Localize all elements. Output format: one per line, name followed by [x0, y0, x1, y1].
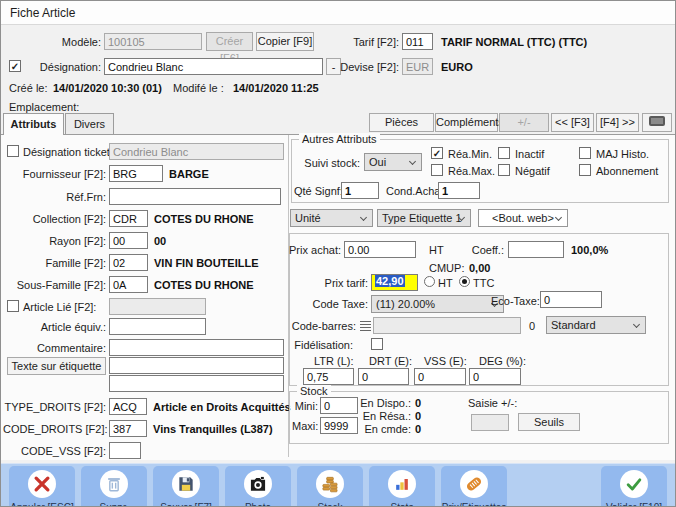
- qte-signf-label: Qté Signf:: [294, 185, 338, 197]
- code-barres-field[interactable]: [373, 317, 521, 334]
- cancel-button[interactable]: Annuler [ESC]: [9, 466, 75, 507]
- delete-button[interactable]: Suppr.: [81, 466, 147, 507]
- article-lie-field[interactable]: [109, 298, 206, 315]
- complements-button[interactable]: Compléments: [435, 113, 498, 132]
- designation-field[interactable]: [104, 58, 323, 75]
- code-vss-field[interactable]: [109, 442, 141, 459]
- type-droits-field[interactable]: [109, 398, 147, 415]
- code-taxe-dropdown[interactable]: (11) 20.00%: [371, 295, 504, 313]
- prix-tarif-field[interactable]: 42,90: [371, 274, 418, 291]
- copier-button[interactable]: Copier [F9]: [256, 32, 314, 51]
- suivi-stock-dropdown[interactable]: Oui: [364, 153, 422, 171]
- article-lie-checkbox[interactable]: [7, 300, 19, 312]
- bottom-toolbar: Annuler [ESC] Suppr. Sauver [F7] Photo S…: [1, 463, 676, 507]
- prix-etiquettes-button[interactable]: Prix/Etiquettes: [441, 466, 507, 507]
- designation-ticket-checkbox[interactable]: [7, 145, 19, 157]
- validate-button[interactable]: Valider [F10]: [601, 466, 667, 507]
- vss-label: VSS (E):: [424, 355, 467, 367]
- article-lie-label: Article Lié [F2]:: [23, 301, 96, 313]
- famille-field[interactable]: [109, 254, 148, 271]
- rea-max-checkbox[interactable]: [431, 164, 443, 176]
- article-equiv-field[interactable]: [109, 318, 206, 335]
- ltr-field[interactable]: [303, 368, 354, 385]
- seuils-button[interactable]: Seuils: [518, 413, 580, 431]
- barcode-list-icon[interactable]: [360, 321, 371, 331]
- ltr-label: LTR (L):: [314, 355, 354, 367]
- devise-field[interactable]: [402, 58, 433, 75]
- tab-divers[interactable]: Divers: [65, 113, 114, 134]
- designation-checkbox[interactable]: [9, 60, 21, 72]
- coeff-field[interactable]: [508, 241, 564, 258]
- fournisseur-desc: BARGE: [169, 168, 209, 180]
- code-barres-type-dropdown[interactable]: Standard: [546, 316, 646, 334]
- ht-radio[interactable]: [424, 276, 435, 287]
- drt-field[interactable]: [358, 368, 409, 385]
- drt-label: DRT (E):: [369, 355, 412, 367]
- sous-famille-field[interactable]: [109, 276, 148, 293]
- photo-button[interactable]: Photo: [225, 466, 291, 507]
- cmup-value: 0,00: [469, 262, 490, 274]
- barcode-tag-icon: [460, 470, 488, 498]
- unite-dropdown[interactable]: Unité: [290, 209, 373, 227]
- check-icon: [620, 470, 648, 498]
- prix-tarif-selected-text: 42,90: [375, 275, 405, 287]
- collection-label: Collection [F2]:: [3, 213, 106, 225]
- devise-label: Devise [F2]:: [331, 61, 399, 73]
- cond-achat-field[interactable]: [438, 182, 480, 199]
- save-floppy-icon: [172, 470, 200, 498]
- designation-ticket-field[interactable]: [109, 143, 284, 160]
- title-bar: Fiche Article: [1, 1, 675, 25]
- rea-min-checkbox[interactable]: [431, 147, 443, 159]
- collection-field[interactable]: [109, 210, 148, 227]
- fournisseur-field[interactable]: [109, 165, 163, 182]
- prev-f3-button[interactable]: << [F3]: [551, 113, 594, 132]
- stock-maxi-label: Maxi:: [292, 420, 318, 432]
- fournisseur-label: Fournisseur [F2]:: [3, 168, 106, 180]
- stats-button[interactable]: Stats: [369, 466, 435, 507]
- code-droits-field[interactable]: [109, 420, 147, 437]
- etiquette-line2-field[interactable]: [109, 375, 284, 392]
- qte-signf-field[interactable]: [341, 182, 379, 199]
- en-dispo-value: 0: [415, 397, 421, 409]
- modele-field[interactable]: [104, 33, 202, 50]
- chevron-down-icon: [409, 158, 416, 165]
- type-etiquette-dropdown[interactable]: Type Etiquette 1: [377, 209, 471, 227]
- prix-achat-field[interactable]: [344, 241, 416, 258]
- stock-button[interactable]: Stock: [297, 466, 363, 507]
- next-f4-button[interactable]: [F4] >>: [596, 113, 639, 132]
- en-dispo-label: En Dispo.:: [351, 397, 411, 409]
- vss-field[interactable]: [414, 368, 466, 385]
- ttc-radio-label: TTC: [473, 277, 494, 289]
- code-barres-count: 0: [529, 320, 535, 332]
- rayon-field[interactable]: [109, 232, 148, 249]
- inactif-checkbox[interactable]: [498, 147, 510, 159]
- code-vss-label: CODE_VSS [F2]:: [3, 445, 106, 457]
- negatif-checkbox[interactable]: [498, 164, 510, 176]
- code-taxe-label: Code Taxe:: [268, 298, 368, 310]
- saisie-field[interactable]: [471, 414, 509, 431]
- ref-frn-field[interactable]: [109, 188, 281, 205]
- eco-taxe-field[interactable]: [540, 291, 602, 308]
- plus-moins-button[interactable]: +/-: [499, 113, 549, 132]
- modified-value: 14/01/2020 11:25: [233, 82, 319, 94]
- autres-attributs-title: Autres Attributs: [299, 133, 380, 145]
- creer-button[interactable]: Créer [F6]: [206, 32, 253, 51]
- save-button[interactable]: Sauver [F7]: [153, 466, 219, 507]
- deg-field[interactable]: [469, 368, 521, 385]
- maj-histo-checkbox[interactable]: [579, 147, 591, 159]
- bar-chart-icon: [388, 470, 416, 498]
- tab-attributs[interactable]: Attributs: [3, 113, 64, 135]
- tarif-desc: TARIF NORMAL (TTC) (TTC): [441, 36, 587, 48]
- tarif-label: Tarif [F2]:: [331, 36, 399, 48]
- coeff-display: 100,0%: [571, 244, 608, 256]
- pieces-jointes-button[interactable]: Pièces jointes: [369, 113, 434, 132]
- keyboard-button[interactable]: [642, 113, 672, 132]
- tarif-field[interactable]: [402, 33, 433, 50]
- ttc-radio[interactable]: [459, 276, 470, 287]
- fidelisation-checkbox[interactable]: [371, 338, 383, 350]
- eco-taxe-label: Eco-Taxe:: [491, 295, 536, 307]
- texte-etiquette-button[interactable]: Texte sur étiquette: [7, 357, 106, 375]
- abonnement-checkbox[interactable]: [579, 164, 591, 176]
- bout-web-dropdown[interactable]: <Bout. web>: [478, 209, 568, 227]
- etiquette-line1-field[interactable]: [109, 357, 284, 374]
